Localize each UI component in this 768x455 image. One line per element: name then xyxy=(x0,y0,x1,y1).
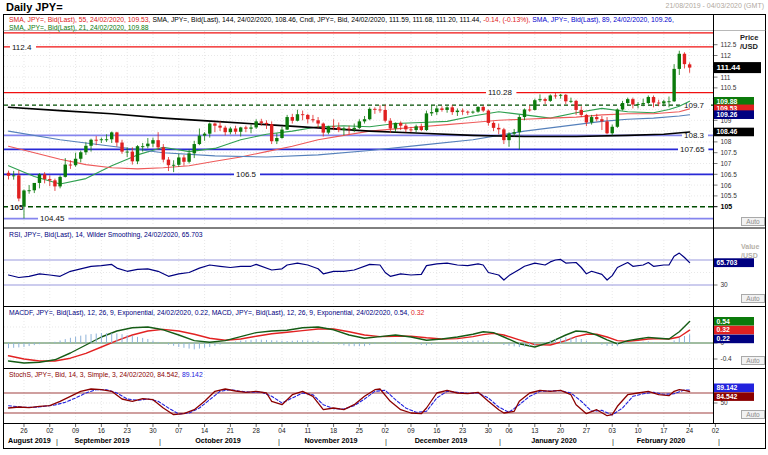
macd-header-hist-value: 0.32 xyxy=(411,309,424,316)
candle xyxy=(224,128,227,133)
stoch-header-text: StochS, JPY=, Bid, 14, 3, Simple, 3, 24/… xyxy=(9,371,182,378)
svg-text:109.26: 109.26 xyxy=(717,111,738,118)
svg-text:07: 07 xyxy=(175,427,183,434)
candle xyxy=(100,139,103,140)
candle xyxy=(353,128,356,130)
stoch-panel xyxy=(4,389,713,416)
auto-scale-button-stoch[interactable]: Auto xyxy=(741,410,765,419)
candle xyxy=(79,152,82,158)
candle xyxy=(430,112,433,113)
svg-text:Value: Value xyxy=(741,243,759,250)
svg-text:Price: Price xyxy=(740,33,758,42)
auto-scale-button-price[interactable]: Auto xyxy=(741,217,765,226)
auto-scale-button-rsi[interactable]: Auto xyxy=(741,294,765,303)
stoch-header: StochS, JPY=, Bid, 14, 3, Simple, 3, 24/… xyxy=(9,371,203,378)
macd-header: MACDF, JPY=, Bid(Last), 12, 26, 9, Expon… xyxy=(9,309,424,316)
candle xyxy=(476,107,479,112)
candle xyxy=(590,117,593,122)
candle xyxy=(678,54,681,69)
candle xyxy=(69,165,72,166)
svg-text:|: | xyxy=(612,437,614,446)
candle xyxy=(48,179,51,180)
svg-text:|: | xyxy=(159,437,161,446)
candle xyxy=(167,160,170,166)
svg-text:108.46: 108.46 xyxy=(717,128,738,135)
candle xyxy=(616,110,619,127)
candle xyxy=(394,123,397,129)
candle xyxy=(667,101,670,102)
candle xyxy=(595,117,598,119)
candle xyxy=(569,101,572,102)
candle xyxy=(177,157,180,164)
candle xyxy=(239,127,242,131)
svg-text:106.5: 106.5 xyxy=(236,170,257,179)
svg-text:November 2019: November 2019 xyxy=(304,436,357,445)
candle xyxy=(657,103,660,104)
candle xyxy=(507,134,510,140)
auto-scale-button-macd[interactable]: Auto xyxy=(741,356,765,365)
candle xyxy=(275,138,278,141)
svg-text:10: 10 xyxy=(634,427,642,434)
svg-text:04: 04 xyxy=(278,427,286,434)
grid xyxy=(4,31,713,422)
stoch-axis: 5089.14284.542 xyxy=(714,384,754,407)
candle xyxy=(482,107,485,111)
svg-text:October 2019: October 2019 xyxy=(195,436,241,445)
candle xyxy=(265,123,268,124)
candle xyxy=(27,190,30,191)
candle xyxy=(337,127,340,130)
svg-text:107.5: 107.5 xyxy=(721,149,738,156)
svg-text:23: 23 xyxy=(459,427,467,434)
rsi-header: RSI, JPY=, Bid(Last), 14, Wilder Smoothi… xyxy=(9,231,203,238)
candle xyxy=(301,114,304,115)
svg-text:105: 105 xyxy=(721,203,733,210)
candle xyxy=(409,129,412,130)
svg-text:|: | xyxy=(718,437,720,446)
svg-text:106: 106 xyxy=(721,182,732,189)
candle xyxy=(368,109,371,119)
candle xyxy=(440,108,443,110)
candle xyxy=(533,100,536,110)
svg-text:February 2020: February 2020 xyxy=(637,436,686,445)
candle xyxy=(626,99,629,103)
candle xyxy=(399,123,402,126)
svg-text:25: 25 xyxy=(356,427,364,434)
candle xyxy=(208,124,211,134)
candle xyxy=(182,157,185,161)
svg-text:107: 107 xyxy=(721,160,732,167)
svg-text:03: 03 xyxy=(609,427,617,434)
svg-text:109.88: 109.88 xyxy=(717,98,738,105)
candle xyxy=(280,130,283,138)
candle xyxy=(574,101,577,110)
legend-sma144-cndl: SMA, JPY=, Bid(Last), 144, 24/02/2020, 1… xyxy=(152,16,483,23)
candle xyxy=(641,103,644,104)
candle xyxy=(12,175,15,176)
candle xyxy=(120,143,123,152)
rsi-header-text: RSI, JPY=, Bid(Last), 14, Wilder Smoothi… xyxy=(9,231,203,238)
svg-text:16: 16 xyxy=(433,427,441,434)
svg-text:December 2019: December 2019 xyxy=(415,436,468,445)
candle xyxy=(296,114,299,120)
candle xyxy=(74,159,77,165)
legend-line-2: SMA, JPY=, Bid(Last), 21, 24/02/2020, 10… xyxy=(9,24,149,31)
legend-sma89: SMA, JPY=, Bid(Last), 89, 24/02/2020, 10… xyxy=(532,16,674,23)
candle xyxy=(151,140,154,143)
candle xyxy=(7,173,10,176)
candle xyxy=(58,177,61,187)
candle xyxy=(435,108,438,112)
candle xyxy=(605,121,608,133)
candle xyxy=(33,183,36,190)
svg-text:28: 28 xyxy=(253,427,261,434)
candle xyxy=(404,126,407,130)
candle xyxy=(600,119,603,121)
svg-text:18: 18 xyxy=(330,427,338,434)
svg-text:27: 27 xyxy=(583,427,591,434)
candle xyxy=(285,117,288,130)
title-bar: Daily JPY= 21/08/2019 - 04/03/2020 (GMT) xyxy=(0,0,768,14)
svg-text:111.44: 111.44 xyxy=(717,63,741,72)
legend-change: -0.14, (-0.13%), xyxy=(483,16,532,23)
candle xyxy=(502,129,505,140)
candle xyxy=(156,140,159,147)
candle xyxy=(549,95,552,100)
svg-text:26: 26 xyxy=(20,427,28,434)
